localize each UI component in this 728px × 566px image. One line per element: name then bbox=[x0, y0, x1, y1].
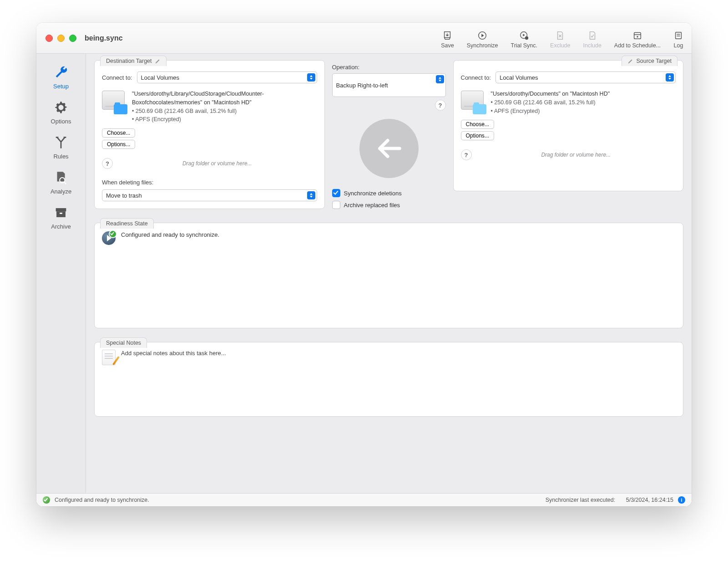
source-volume-icon bbox=[461, 90, 485, 113]
app-window: being.sync Save Synchronize Trial Sync. … bbox=[36, 23, 692, 506]
notes-tab: Special Notes bbox=[100, 337, 147, 348]
status-ready-icon bbox=[43, 496, 50, 504]
destination-drop-hint: Drag folder or volume here... bbox=[117, 160, 317, 167]
save-button[interactable]: Save bbox=[441, 31, 454, 49]
source-connect-select[interactable]: Local Volumes bbox=[495, 71, 676, 83]
source-size: • 250.69 GB (212.46 GB avail, 15.2% full… bbox=[491, 98, 610, 107]
source-choose-button[interactable]: Choose... bbox=[461, 120, 494, 129]
svg-rect-6 bbox=[56, 208, 66, 211]
readiness-message: Configured and ready to synchronize. bbox=[121, 231, 219, 238]
sidebar-item-analyze[interactable]: Analyze bbox=[40, 165, 82, 199]
operation-label: Operation: bbox=[332, 64, 446, 71]
svg-rect-3 bbox=[634, 32, 641, 39]
notes-panel: Special Notes Add special notes about th… bbox=[94, 342, 683, 417]
chevron-updown-icon bbox=[307, 191, 315, 199]
calendar-add-icon bbox=[632, 31, 642, 41]
statusbar: Configured and ready to synchronize. Syn… bbox=[36, 493, 692, 506]
close-window-button[interactable] bbox=[46, 35, 53, 42]
minimize-window-button[interactable] bbox=[57, 35, 65, 42]
checkbox-icon bbox=[332, 201, 340, 209]
source-options-button[interactable]: Options... bbox=[461, 131, 494, 140]
source-drop-hint: Drag folder or volume here... bbox=[476, 152, 676, 158]
destination-connect-select[interactable]: Local Volumes bbox=[137, 71, 317, 83]
sidebar-item-options[interactable]: Options bbox=[40, 95, 82, 128]
chevron-updown-icon bbox=[436, 75, 444, 83]
destination-size: • 250.69 GB (212.46 GB avail, 15.2% full… bbox=[132, 107, 317, 116]
status-last-executed-label: Synchronizer last executed: bbox=[546, 497, 616, 503]
source-fs: • APFS (Encrypted) bbox=[491, 107, 610, 116]
document-title: being.sync bbox=[85, 34, 123, 42]
source-panel: Source Target Connect to: Local Volumes bbox=[453, 60, 684, 191]
analyze-icon bbox=[53, 170, 69, 185]
destination-choose-button[interactable]: Choose... bbox=[102, 128, 135, 138]
save-icon bbox=[442, 31, 452, 41]
svg-rect-4 bbox=[676, 32, 682, 39]
destination-help-button[interactable]: ? bbox=[102, 158, 113, 169]
main-content: Destination Target Connect to: Local Vol… bbox=[86, 54, 692, 493]
notes-icon bbox=[102, 350, 116, 365]
status-message: Configured and ready to synchronize. bbox=[55, 497, 149, 503]
destination-tab: Destination Target bbox=[100, 56, 167, 66]
when-deleting-select[interactable]: Move to trash bbox=[102, 189, 317, 201]
play-circle-icon bbox=[477, 31, 487, 41]
toolbar: Save Synchronize Trial Sync. Exclude Inc… bbox=[441, 28, 683, 49]
source-connect-label: Connect to: bbox=[461, 74, 491, 81]
titlebar: being.sync Save Synchronize Trial Sync. … bbox=[36, 23, 692, 54]
svg-point-2 bbox=[525, 36, 528, 39]
sidebar-item-archive[interactable]: Archive bbox=[40, 200, 82, 234]
operation-column: Operation: Backup Right-to-left ? Synchr… bbox=[332, 60, 446, 209]
sidebar: Setup Options Rules Analyze Archive bbox=[36, 54, 86, 493]
include-button: Include bbox=[583, 31, 602, 49]
svg-rect-8 bbox=[60, 213, 62, 214]
notes-placeholder[interactable]: Add special notes about this task here..… bbox=[121, 350, 226, 357]
sync-deletions-checkbox[interactable]: Synchronize deletions bbox=[332, 189, 446, 197]
source-path: "Users/dorothy/Documents" on "Macintosh … bbox=[491, 90, 610, 98]
when-deleting-label: When deleting files: bbox=[102, 179, 317, 186]
sidebar-item-rules[interactable]: Rules bbox=[40, 130, 82, 163]
archive-icon bbox=[53, 205, 69, 220]
synchronize-button[interactable]: Synchronize bbox=[467, 31, 498, 49]
destination-panel: Destination Target Connect to: Local Vol… bbox=[94, 60, 325, 209]
branch-icon bbox=[53, 135, 69, 150]
info-icon[interactable]: i bbox=[678, 496, 685, 504]
destination-options-button[interactable]: Options... bbox=[102, 140, 135, 149]
wrench-icon bbox=[53, 65, 69, 80]
log-button[interactable]: Log bbox=[673, 31, 683, 49]
source-tab: Source Target bbox=[622, 56, 677, 66]
archive-replaced-checkbox[interactable]: Archive replaced files bbox=[332, 201, 446, 209]
checkbox-checked-icon bbox=[332, 189, 340, 197]
readiness-panel: Readiness State Configured and ready to … bbox=[94, 223, 683, 328]
gear-icon bbox=[53, 100, 69, 115]
operation-select[interactable]: Backup Right-to-left bbox=[332, 73, 446, 97]
chevron-updown-icon bbox=[307, 73, 315, 82]
zoom-window-button[interactable] bbox=[69, 35, 76, 42]
chevron-updown-icon bbox=[666, 73, 674, 82]
file-check-icon bbox=[587, 31, 597, 41]
direction-arrow-icon bbox=[359, 119, 419, 178]
play-circle-dot-icon bbox=[519, 31, 529, 41]
readiness-tab: Readiness State bbox=[100, 218, 154, 229]
window-controls bbox=[46, 35, 76, 42]
source-help-button[interactable]: ? bbox=[461, 149, 472, 160]
destination-path: "Users/dorothy/Library/CloudStorage/Clou… bbox=[132, 90, 317, 107]
file-x-icon bbox=[555, 31, 565, 41]
readiness-status-icon bbox=[102, 231, 116, 245]
trial-sync-button[interactable]: Trial Sync. bbox=[511, 31, 537, 49]
exclude-button: Exclude bbox=[550, 31, 570, 49]
pencil-icon[interactable] bbox=[155, 58, 161, 64]
svg-rect-7 bbox=[56, 211, 66, 217]
destination-fs: • APFS (Encrypted) bbox=[132, 115, 317, 124]
sidebar-item-setup[interactable]: Setup bbox=[40, 60, 82, 93]
add-to-schedule-button[interactable]: Add to Schedule... bbox=[614, 31, 661, 49]
connect-to-label: Connect to: bbox=[102, 74, 132, 81]
operation-help-button[interactable]: ? bbox=[435, 100, 446, 111]
pencil-icon[interactable] bbox=[627, 58, 633, 64]
status-last-executed-value: 5/3/2024, 16:24:15 bbox=[626, 497, 673, 503]
destination-volume-icon bbox=[102, 90, 126, 113]
log-icon bbox=[673, 31, 683, 41]
